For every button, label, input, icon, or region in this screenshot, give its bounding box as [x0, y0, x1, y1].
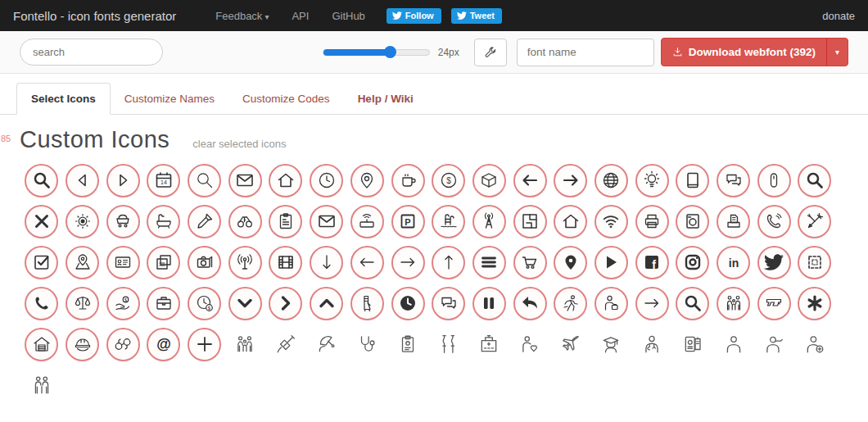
icon-cell-printer[interactable] [631, 201, 672, 242]
icon-cell-clipboard[interactable] [265, 201, 306, 242]
icon-cell-washing-machine[interactable] [672, 201, 713, 242]
nav-github[interactable]: GitHub [320, 10, 376, 22]
icon-cell-home[interactable] [265, 160, 306, 201]
download-webfont-button[interactable]: Download webfont (392) [662, 39, 826, 66]
icon-cell-dollar-coin[interactable]: $ [428, 160, 469, 201]
icon-cell-globe[interactable] [591, 160, 632, 201]
icon-cell-chevron-down[interactable] [224, 283, 265, 324]
icon-cell-wifi-router[interactable] [347, 201, 388, 242]
icon-cell-stethoscope[interactable] [347, 324, 388, 365]
icon-cell-family-group[interactable] [224, 324, 265, 365]
icon-cell-nurse-plus[interactable] [794, 324, 835, 365]
icon-cell-pool-ladder[interactable] [428, 201, 469, 242]
icon-cell-person[interactable] [713, 324, 754, 365]
icon-cell-binoculars[interactable] [224, 201, 265, 242]
icon-cell-mail[interactable] [224, 160, 265, 201]
size-slider-thumb[interactable] [384, 46, 396, 58]
size-slider[interactable] [323, 49, 430, 56]
icon-cell-close-x[interactable] [21, 201, 62, 242]
icon-cell-tablet[interactable] [672, 160, 713, 201]
twitter-follow-button[interactable]: Follow [387, 8, 441, 24]
icon-cell-airplane[interactable] [550, 324, 591, 365]
icon-cell-hard-hat[interactable] [62, 324, 103, 365]
clear-selected-link[interactable]: clear selected icons [192, 138, 286, 150]
icon-cell-phone-ringing[interactable] [753, 201, 794, 242]
donate-link[interactable]: donate [822, 10, 855, 22]
icon-cell-arrow-right-thin[interactable] [387, 242, 428, 283]
nav-api[interactable]: API [280, 10, 320, 22]
twitter-tweet-button[interactable]: Tweet [451, 8, 502, 24]
icon-cell-coffee[interactable] [387, 160, 428, 201]
icon-cell-family-group[interactable] [713, 283, 754, 324]
icon-cell-search-bold[interactable] [672, 283, 713, 324]
icon-cell-film-strip[interactable] [265, 242, 306, 283]
icon-cell-handcuffs[interactable] [102, 324, 143, 365]
icon-cell-briefcase[interactable] [143, 283, 184, 324]
icon-cell-family-child[interactable] [21, 365, 62, 406]
icon-cell-puzzle-pattern[interactable] [794, 242, 835, 283]
icon-cell-lightbulb[interactable] [631, 160, 672, 201]
icon-cell-print-document[interactable] [713, 201, 754, 242]
tab-help-wiki[interactable]: Help / Wiki [344, 84, 427, 114]
icon-cell-facebook[interactable]: f [631, 242, 672, 283]
icon-cell-syringe[interactable] [265, 324, 306, 365]
icon-cell-calendar[interactable]: 14 [143, 160, 184, 201]
icon-cell-instagram[interactable] [672, 242, 713, 283]
brand-link[interactable]: Fontello - icon fonts generator [13, 9, 176, 23]
icon-cell-screwdriver[interactable] [184, 201, 225, 242]
tab-customize-names[interactable]: Customize Names [111, 84, 228, 114]
icon-cell-tools-crossed[interactable] [794, 201, 835, 242]
search-input[interactable] [20, 39, 163, 66]
icon-cell-id-card[interactable] [102, 242, 143, 283]
icon-cell-copy-pages[interactable] [143, 242, 184, 283]
icon-cell-search-bold[interactable] [794, 160, 835, 201]
icon-cell-chat-bubbles[interactable] [428, 283, 469, 324]
icon-cell-camera-photos[interactable] [184, 242, 225, 283]
icon-cell-plus[interactable] [184, 324, 225, 365]
icon-cell-leg-cast[interactable] [347, 283, 388, 324]
icon-cell-person-care-heart[interactable] [509, 324, 550, 365]
icon-cell-shopping-cart[interactable] [509, 242, 550, 283]
icon-cell-package-box[interactable] [469, 160, 510, 201]
icon-cell-arrow-up-thin[interactable] [428, 242, 469, 283]
font-name-input[interactable] [517, 39, 654, 66]
icon-cell-chevron-right[interactable] [265, 283, 306, 324]
icon-cell-crutches[interactable] [428, 324, 469, 365]
icon-cell-arrow-down-thin[interactable] [306, 242, 347, 283]
icon-cell-cart-loaded[interactable] [102, 201, 143, 242]
icon-cell-arrow-left-thin[interactable] [347, 242, 388, 283]
icon-cell-person-headset[interactable] [753, 324, 794, 365]
icon-cell-triangle-left[interactable] [62, 160, 103, 201]
icon-cell-chat-bubbles[interactable] [713, 160, 754, 201]
icon-cell-twitter[interactable] [753, 242, 794, 283]
icon-cell-location-pin[interactable] [347, 160, 388, 201]
icon-cell-pistol[interactable] [753, 283, 794, 324]
icon-cell-linkedin[interactable]: in [713, 242, 754, 283]
icon-cell-arrow-right-thin[interactable] [631, 283, 672, 324]
icon-cell-arrow-right[interactable] [550, 160, 591, 201]
icon-cell-triangle-right[interactable] [102, 160, 143, 201]
icon-cell-mouse[interactable] [753, 160, 794, 201]
tab-customize-codes[interactable]: Customize Codes [228, 84, 344, 114]
icon-cell-doctor[interactable] [631, 324, 672, 365]
icon-cell-parking-sign[interactable]: P [387, 201, 428, 242]
icon-cell-bathtub[interactable] [143, 201, 184, 242]
icon-cell-wifi[interactable] [591, 201, 632, 242]
icon-cell-clock-dollar[interactable]: $ [184, 283, 225, 324]
icon-cell-brightness-sun[interactable] [62, 201, 103, 242]
icon-cell-clipboard-badge[interactable] [387, 324, 428, 365]
icon-cell-checkbox-checked[interactable] [21, 242, 62, 283]
icon-cell-passport-documents[interactable] [672, 324, 713, 365]
icon-cell-worker-briefcase[interactable] [591, 283, 632, 324]
icon-cell-arrow-left[interactable] [509, 160, 550, 201]
icon-cell-pause[interactable] [469, 283, 510, 324]
nav-feedback[interactable]: Feedback▾ [204, 10, 280, 22]
icon-cell-phone-solid[interactable] [21, 283, 62, 324]
icon-cell-hand-coin[interactable]: $ [102, 283, 143, 324]
icon-cell-clock-solid[interactable] [387, 283, 428, 324]
icon-cell-chevron-up[interactable] [306, 283, 347, 324]
icon-cell-clock[interactable] [306, 160, 347, 201]
icon-cell-house-garage[interactable] [21, 324, 62, 365]
icon-cell-satellite-dish[interactable] [306, 324, 347, 365]
icon-cell-graduate[interactable] [591, 324, 632, 365]
